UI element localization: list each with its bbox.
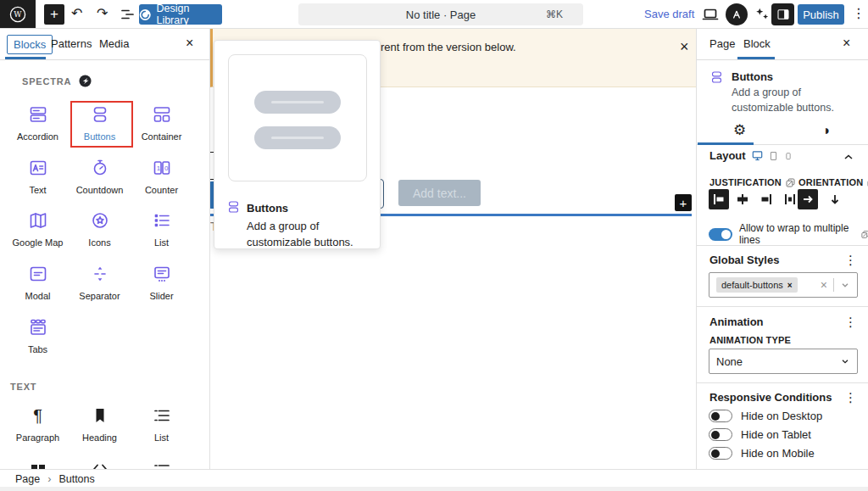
tab-blocks[interactable]: Blocks <box>7 35 53 54</box>
container-block-icon <box>152 103 172 126</box>
kebab-menu-icon[interactable]: ⋮ <box>844 315 857 328</box>
block-item-counter[interactable]: 10 Counter <box>131 153 192 200</box>
global-style-chip[interactable]: default-buttons × <box>716 277 798 293</box>
wordpress-logo[interactable]: W <box>0 0 36 28</box>
animation-type-select[interactable]: None <box>709 349 858 374</box>
inspector-icon-tabs: ⚙ ◑ <box>697 116 868 145</box>
panel-divider <box>697 306 868 307</box>
document-title: No title · Page <box>406 8 476 21</box>
block-item-modal[interactable]: Modal <box>7 259 69 306</box>
notice-close-icon[interactable]: × <box>680 39 689 54</box>
block-item-buttons[interactable]: Buttons <box>69 99 131 147</box>
partial-block-icon <box>152 461 172 469</box>
preview-icon[interactable] <box>700 4 721 25</box>
block-item-tabs[interactable]: Tabs <box>7 312 69 360</box>
tabs-block-icon <box>28 316 48 338</box>
publish-button[interactable]: Publish <box>798 4 844 25</box>
justify-left-icon <box>713 193 725 205</box>
icons-block-icon <box>90 209 110 232</box>
accordion-block-icon <box>28 103 48 126</box>
block-item-slider[interactable]: Slider <box>131 259 192 306</box>
block-item-accordion[interactable]: Accordion <box>7 99 69 147</box>
desktop-icon[interactable] <box>752 150 763 161</box>
tab-page[interactable]: Page <box>709 37 735 50</box>
tab-settings-gear[interactable]: ⚙ <box>697 116 782 144</box>
close-settings-icon[interactable]: × <box>843 36 850 50</box>
list-view-icon[interactable] <box>119 4 139 25</box>
justify-right-button[interactable] <box>756 189 776 209</box>
command-shortcut: ⌘K <box>546 8 563 20</box>
options-kebab-icon[interactable]: ⋮ <box>852 7 865 20</box>
clear-selection-icon[interactable]: × <box>821 278 827 292</box>
preview-button-pill <box>254 126 341 149</box>
tab-styles[interactable]: ◑ <box>782 116 868 144</box>
countdown-block-icon <box>90 157 110 179</box>
settings-tabs: Page Block × <box>697 28 868 60</box>
tab-patterns[interactable]: Patterns <box>51 37 92 50</box>
block-item-countdown[interactable]: Countdown <box>69 153 131 200</box>
breadcrumb-page[interactable]: Page <box>15 473 40 485</box>
active-tab-underline <box>5 57 46 59</box>
justify-left-button[interactable] <box>709 189 729 209</box>
justify-space-between-icon <box>784 193 796 205</box>
undo-icon[interactable]: ↶ <box>71 5 82 21</box>
gear-icon: ⚙ <box>733 121 746 139</box>
orientation-vertical-button[interactable] <box>825 189 845 209</box>
editor-canvas: rent from the version below. × Add text.… <box>209 28 696 469</box>
svg-text:W: W <box>14 10 22 19</box>
settings-sidebar: Page Block × Buttons Add a group of cust… <box>696 28 868 469</box>
close-inserter-icon[interactable]: × <box>186 36 193 50</box>
tab-block[interactable]: Block <box>743 37 771 50</box>
block-item-paragraph[interactable]: ¶ Paragraph <box>7 400 69 448</box>
add-block-button[interactable]: + <box>44 4 64 25</box>
ai-sparkles-icon[interactable] <box>753 5 771 24</box>
wrap-toggle[interactable] <box>709 228 732 241</box>
partial-block-icon <box>28 461 48 469</box>
block-item-text-list[interactable]: List <box>131 400 192 448</box>
document-title-bar[interactable]: No title · Page ⌘K <box>298 3 583 25</box>
block-item-list[interactable]: List <box>131 205 192 253</box>
settings-sidebar-toggle[interactable] <box>771 3 794 25</box>
active-tab-underline <box>737 57 775 59</box>
orientation-horizontal-button[interactable] <box>798 189 818 209</box>
breadcrumb-separator-icon: › <box>47 473 51 485</box>
block-appender-plus-button[interactable]: + <box>675 194 692 211</box>
hide-desktop-toggle[interactable] <box>709 410 732 422</box>
panel-collapse-chevron-icon[interactable] <box>843 152 854 162</box>
layout-panel-header[interactable]: Layout <box>709 149 793 162</box>
save-draft-button[interactable]: Save draft <box>644 8 694 20</box>
block-item-google-map[interactable]: Google Map <box>7 205 69 253</box>
tablet-icon[interactable] <box>769 151 778 161</box>
arrow-down-icon <box>829 193 841 205</box>
separator-block-icon <box>90 263 110 285</box>
design-library-button[interactable]: Design Library <box>139 4 222 25</box>
hide-desktop-row: Hide on Desktop <box>709 410 822 422</box>
responsive-sync-icon[interactable] <box>786 178 795 187</box>
hide-tablet-toggle[interactable] <box>709 428 732 441</box>
tab-media[interactable]: Media <box>99 37 129 50</box>
astra-logo-icon[interactable] <box>726 3 748 25</box>
redo-icon[interactable]: ↷ <box>97 5 108 21</box>
chevron-down-icon[interactable] <box>840 280 850 290</box>
kebab-menu-icon[interactable]: ⋮ <box>844 254 857 266</box>
justification-controls <box>709 189 800 209</box>
justification-label-row: JUSTIFICATION <box>709 177 795 187</box>
wrap-toggle-row: Allow to wrap to multiple lines <box>709 222 868 246</box>
chip-remove-icon[interactable]: × <box>787 281 793 290</box>
block-item-separator[interactable]: Separator <box>69 259 131 306</box>
block-item-icons[interactable]: Icons <box>69 205 131 253</box>
plus-icon: + <box>50 6 58 23</box>
block-item-heading[interactable]: Heading <box>69 400 131 448</box>
kebab-menu-icon[interactable]: ⋮ <box>844 391 857 404</box>
global-styles-select[interactable]: default-buttons × × <box>709 272 858 298</box>
add-text-button[interactable]: Add text... <box>398 180 481 206</box>
block-item-text[interactable]: Text <box>7 153 69 200</box>
popup-block-title: Buttons <box>247 202 288 215</box>
mobile-icon[interactable] <box>784 151 793 161</box>
responsive-sync-icon[interactable] <box>861 230 868 239</box>
spectra-library-icon <box>139 8 151 21</box>
justify-center-button[interactable] <box>732 189 753 209</box>
hide-mobile-toggle[interactable] <box>709 447 732 460</box>
block-item-container[interactable]: Container <box>131 99 192 147</box>
justify-right-icon <box>760 193 772 205</box>
